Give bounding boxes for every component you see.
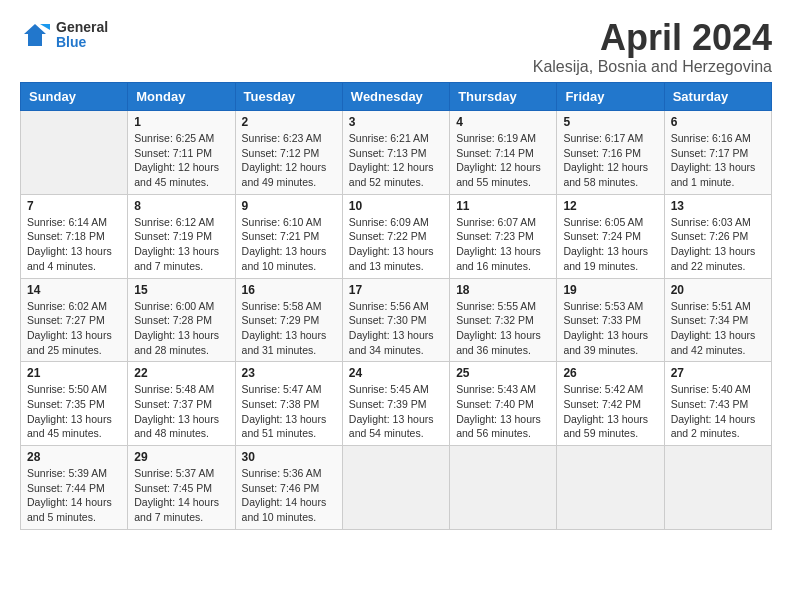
day-number: 11 [456,199,550,213]
day-number: 19 [563,283,657,297]
calendar-cell [664,446,771,530]
calendar-cell: 14Sunrise: 6:02 AM Sunset: 7:27 PM Dayli… [21,278,128,362]
calendar-cell: 18Sunrise: 5:55 AM Sunset: 7:32 PM Dayli… [450,278,557,362]
day-number: 22 [134,366,228,380]
day-info: Sunrise: 6:19 AM Sunset: 7:14 PM Dayligh… [456,131,550,190]
calendar-table: SundayMondayTuesdayWednesdayThursdayFrid… [20,82,772,530]
day-number: 20 [671,283,765,297]
calendar-cell: 30Sunrise: 5:36 AM Sunset: 7:46 PM Dayli… [235,446,342,530]
day-number: 16 [242,283,336,297]
calendar-cell: 29Sunrise: 5:37 AM Sunset: 7:45 PM Dayli… [128,446,235,530]
day-info: Sunrise: 5:42 AM Sunset: 7:42 PM Dayligh… [563,382,657,441]
calendar-cell [21,111,128,195]
calendar-cell: 1Sunrise: 6:25 AM Sunset: 7:11 PM Daylig… [128,111,235,195]
day-number: 27 [671,366,765,380]
week-row-3: 21Sunrise: 5:50 AM Sunset: 7:35 PM Dayli… [21,362,772,446]
day-info: Sunrise: 5:50 AM Sunset: 7:35 PM Dayligh… [27,382,121,441]
day-number: 18 [456,283,550,297]
calendar-cell: 7Sunrise: 6:14 AM Sunset: 7:18 PM Daylig… [21,194,128,278]
day-info: Sunrise: 6:23 AM Sunset: 7:12 PM Dayligh… [242,131,336,190]
day-number: 8 [134,199,228,213]
day-info: Sunrise: 5:43 AM Sunset: 7:40 PM Dayligh… [456,382,550,441]
calendar-cell: 27Sunrise: 5:40 AM Sunset: 7:43 PM Dayli… [664,362,771,446]
calendar-cell: 12Sunrise: 6:05 AM Sunset: 7:24 PM Dayli… [557,194,664,278]
day-info: Sunrise: 6:05 AM Sunset: 7:24 PM Dayligh… [563,215,657,274]
day-number: 15 [134,283,228,297]
day-number: 5 [563,115,657,129]
logo: General Blue [20,20,108,51]
day-number: 1 [134,115,228,129]
week-row-4: 28Sunrise: 5:39 AM Sunset: 7:44 PM Dayli… [21,446,772,530]
header-sunday: Sunday [21,83,128,111]
day-number: 29 [134,450,228,464]
calendar-cell [342,446,449,530]
day-number: 10 [349,199,443,213]
day-number: 6 [671,115,765,129]
calendar-cell [450,446,557,530]
header-wednesday: Wednesday [342,83,449,111]
day-number: 2 [242,115,336,129]
day-info: Sunrise: 5:56 AM Sunset: 7:30 PM Dayligh… [349,299,443,358]
calendar-cell: 22Sunrise: 5:48 AM Sunset: 7:37 PM Dayli… [128,362,235,446]
calendar-cell [557,446,664,530]
day-number: 23 [242,366,336,380]
day-info: Sunrise: 6:14 AM Sunset: 7:18 PM Dayligh… [27,215,121,274]
calendar-cell: 26Sunrise: 5:42 AM Sunset: 7:42 PM Dayli… [557,362,664,446]
day-info: Sunrise: 6:16 AM Sunset: 7:17 PM Dayligh… [671,131,765,190]
day-info: Sunrise: 5:47 AM Sunset: 7:38 PM Dayligh… [242,382,336,441]
day-number: 26 [563,366,657,380]
day-number: 3 [349,115,443,129]
day-info: Sunrise: 6:03 AM Sunset: 7:26 PM Dayligh… [671,215,765,274]
day-number: 17 [349,283,443,297]
day-info: Sunrise: 6:10 AM Sunset: 7:21 PM Dayligh… [242,215,336,274]
day-info: Sunrise: 5:45 AM Sunset: 7:39 PM Dayligh… [349,382,443,441]
day-info: Sunrise: 5:36 AM Sunset: 7:46 PM Dayligh… [242,466,336,525]
title-block: April 2024 Kalesija, Bosnia and Herzegov… [533,20,772,76]
location-title: Kalesija, Bosnia and Herzegovina [533,58,772,76]
day-info: Sunrise: 5:55 AM Sunset: 7:32 PM Dayligh… [456,299,550,358]
logo-blue-text: Blue [56,35,108,50]
calendar-cell: 2Sunrise: 6:23 AM Sunset: 7:12 PM Daylig… [235,111,342,195]
day-number: 9 [242,199,336,213]
day-number: 21 [27,366,121,380]
day-info: Sunrise: 5:39 AM Sunset: 7:44 PM Dayligh… [27,466,121,525]
day-number: 28 [27,450,121,464]
day-number: 12 [563,199,657,213]
calendar-cell: 5Sunrise: 6:17 AM Sunset: 7:16 PM Daylig… [557,111,664,195]
calendar-cell: 21Sunrise: 5:50 AM Sunset: 7:35 PM Dayli… [21,362,128,446]
header-monday: Monday [128,83,235,111]
day-number: 4 [456,115,550,129]
calendar-cell: 25Sunrise: 5:43 AM Sunset: 7:40 PM Dayli… [450,362,557,446]
calendar-cell: 16Sunrise: 5:58 AM Sunset: 7:29 PM Dayli… [235,278,342,362]
day-info: Sunrise: 6:00 AM Sunset: 7:28 PM Dayligh… [134,299,228,358]
day-info: Sunrise: 6:02 AM Sunset: 7:27 PM Dayligh… [27,299,121,358]
page-header: General Blue April 2024 Kalesija, Bosnia… [20,20,772,76]
month-title: April 2024 [533,20,772,56]
day-info: Sunrise: 6:09 AM Sunset: 7:22 PM Dayligh… [349,215,443,274]
header-saturday: Saturday [664,83,771,111]
calendar-cell: 4Sunrise: 6:19 AM Sunset: 7:14 PM Daylig… [450,111,557,195]
calendar-cell: 24Sunrise: 5:45 AM Sunset: 7:39 PM Dayli… [342,362,449,446]
day-info: Sunrise: 6:12 AM Sunset: 7:19 PM Dayligh… [134,215,228,274]
day-info: Sunrise: 6:07 AM Sunset: 7:23 PM Dayligh… [456,215,550,274]
day-info: Sunrise: 5:40 AM Sunset: 7:43 PM Dayligh… [671,382,765,441]
day-info: Sunrise: 6:21 AM Sunset: 7:13 PM Dayligh… [349,131,443,190]
week-row-0: 1Sunrise: 6:25 AM Sunset: 7:11 PM Daylig… [21,111,772,195]
calendar-cell: 17Sunrise: 5:56 AM Sunset: 7:30 PM Dayli… [342,278,449,362]
header-tuesday: Tuesday [235,83,342,111]
calendar-cell: 10Sunrise: 6:09 AM Sunset: 7:22 PM Dayli… [342,194,449,278]
logo-text: General Blue [56,20,108,51]
day-info: Sunrise: 5:37 AM Sunset: 7:45 PM Dayligh… [134,466,228,525]
calendar-header-row: SundayMondayTuesdayWednesdayThursdayFrid… [21,83,772,111]
day-number: 14 [27,283,121,297]
logo-general-text: General [56,20,108,35]
header-friday: Friday [557,83,664,111]
day-number: 13 [671,199,765,213]
day-number: 7 [27,199,121,213]
week-row-2: 14Sunrise: 6:02 AM Sunset: 7:27 PM Dayli… [21,278,772,362]
day-number: 30 [242,450,336,464]
calendar-cell: 3Sunrise: 6:21 AM Sunset: 7:13 PM Daylig… [342,111,449,195]
calendar-cell: 9Sunrise: 6:10 AM Sunset: 7:21 PM Daylig… [235,194,342,278]
day-number: 24 [349,366,443,380]
calendar-cell: 28Sunrise: 5:39 AM Sunset: 7:44 PM Dayli… [21,446,128,530]
